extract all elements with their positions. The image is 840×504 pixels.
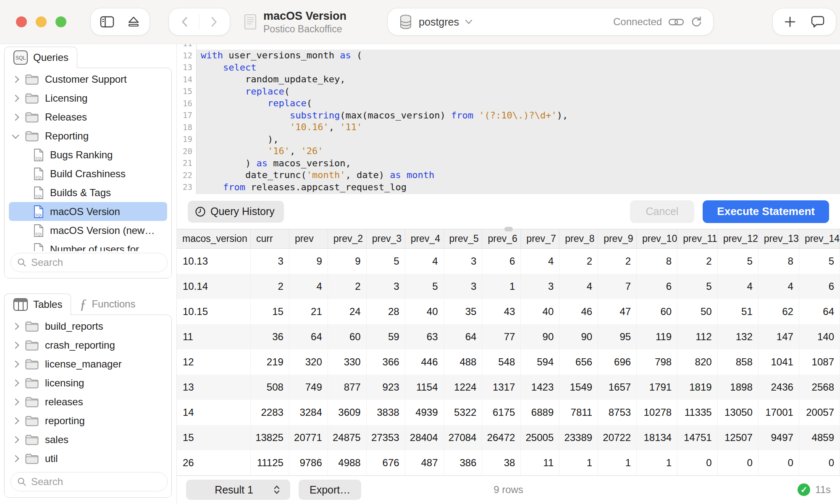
value-cell[interactable]: 25005: [521, 425, 559, 450]
value-cell[interactable]: 2436: [759, 375, 799, 400]
value-cell[interactable]: 12507: [718, 425, 759, 450]
value-cell[interactable]: 4: [559, 274, 598, 299]
row-label-cell[interactable]: 10.14: [177, 274, 251, 299]
value-cell[interactable]: 1: [637, 450, 677, 475]
value-cell[interactable]: 11125: [251, 450, 289, 475]
value-cell[interactable]: 798: [637, 349, 677, 375]
tree-item-sales[interactable]: sales: [9, 430, 167, 449]
value-cell[interactable]: 6: [482, 249, 521, 274]
queries-search-input[interactable]: [10, 253, 168, 272]
tree-item-macos-version-new[interactable]: SQLmacOS Version (new…: [9, 221, 167, 240]
value-cell[interactable]: 36: [251, 324, 289, 349]
value-cell[interactable]: 4859: [799, 425, 840, 450]
value-cell[interactable]: 18134: [637, 425, 677, 450]
code-line-12[interactable]: 12with user_versions_month as (: [177, 50, 840, 62]
column-header-prev-14[interactable]: prev_14: [799, 229, 840, 249]
tree-item-licensing[interactable]: licensing: [9, 373, 167, 392]
value-cell[interactable]: 6: [637, 274, 677, 299]
value-cell[interactable]: 9: [289, 249, 328, 274]
back-icon[interactable]: [176, 14, 193, 29]
database-name[interactable]: postgres: [419, 16, 459, 28]
tree-item-crash-reporting[interactable]: crash_reporting: [9, 336, 167, 354]
result-selector[interactable]: Result 1: [186, 480, 290, 500]
tab-tables[interactable]: Tables: [4, 294, 71, 315]
value-cell[interactable]: 219: [251, 349, 289, 375]
value-cell[interactable]: 4: [289, 274, 328, 299]
tree-item-build-crashiness[interactable]: SQLBuild Crashiness: [9, 164, 167, 183]
tab-functions[interactable]: ƒ Functions: [71, 294, 144, 315]
chevron-right-icon[interactable]: [12, 417, 19, 424]
value-cell[interactable]: 2: [559, 249, 598, 274]
value-cell[interactable]: 2: [251, 274, 289, 299]
tree-item-licensing[interactable]: Licensing: [9, 89, 167, 108]
column-header-prev-9[interactable]: prev_9: [598, 229, 637, 249]
tree-item-reporting[interactable]: reporting: [9, 411, 167, 430]
value-cell[interactable]: 594: [521, 349, 559, 375]
value-cell[interactable]: 20771: [289, 425, 328, 450]
value-cell[interactable]: 17001: [759, 400, 799, 425]
chevron-right-icon[interactable]: [12, 94, 19, 102]
value-cell[interactable]: 10278: [637, 400, 677, 425]
row-label-cell[interactable]: 13: [177, 375, 251, 400]
value-cell[interactable]: 488: [444, 349, 483, 375]
value-cell[interactable]: 64: [444, 324, 483, 349]
value-cell[interactable]: 77: [482, 324, 521, 349]
value-cell[interactable]: 1: [482, 274, 521, 299]
value-cell[interactable]: 5: [367, 249, 405, 274]
zoom-window-button[interactable]: [55, 16, 66, 27]
column-header-prev-2[interactable]: prev_2: [328, 229, 367, 249]
value-cell[interactable]: 63: [405, 324, 444, 349]
value-cell[interactable]: 3: [444, 249, 483, 274]
column-header-prev-6[interactable]: prev_6: [482, 229, 521, 249]
value-cell[interactable]: 3: [444, 274, 483, 299]
value-cell[interactable]: 2: [677, 249, 717, 274]
value-cell[interactable]: 5: [799, 249, 840, 274]
value-cell[interactable]: 14751: [677, 425, 717, 450]
tab-queries[interactable]: SQL Queries: [4, 47, 77, 68]
value-cell[interactable]: 26472: [482, 425, 521, 450]
tree-item-bugs-ranking[interactable]: SQLBugs Ranking: [9, 145, 167, 164]
export-button[interactable]: Export…: [299, 480, 361, 500]
row-label-cell[interactable]: 15: [177, 425, 251, 450]
value-cell[interactable]: 43: [482, 299, 521, 324]
value-cell[interactable]: 1657: [598, 375, 637, 400]
value-cell[interactable]: 40: [405, 299, 444, 324]
value-cell[interactable]: 877: [328, 375, 367, 400]
value-cell[interactable]: 0: [677, 450, 717, 475]
chevron-right-icon[interactable]: [12, 379, 19, 386]
execute-statement-button[interactable]: Execute Statement: [703, 200, 829, 223]
value-cell[interactable]: 0: [759, 450, 799, 475]
chevron-right-icon[interactable]: [12, 341, 19, 349]
value-cell[interactable]: 20722: [598, 425, 637, 450]
value-cell[interactable]: 147: [759, 324, 799, 349]
value-cell[interactable]: 38: [482, 450, 521, 475]
connection-pill[interactable]: postgres Connected: [388, 8, 713, 35]
value-cell[interactable]: 487: [405, 450, 444, 475]
tree-item-util[interactable]: util: [9, 449, 167, 468]
value-cell[interactable]: 24875: [328, 425, 367, 450]
column-header-prev-12[interactable]: prev_12: [718, 229, 759, 249]
value-cell[interactable]: 24: [328, 299, 367, 324]
value-cell[interactable]: 2568: [799, 375, 840, 400]
value-cell[interactable]: 7: [598, 274, 637, 299]
value-cell[interactable]: 5: [405, 274, 444, 299]
cancel-button[interactable]: Cancel: [630, 200, 695, 223]
value-cell[interactable]: 4988: [328, 450, 367, 475]
reconnect-refresh-icon[interactable]: [690, 16, 702, 28]
value-cell[interactable]: 6889: [521, 400, 559, 425]
value-cell[interactable]: 3609: [328, 400, 367, 425]
chevron-right-icon[interactable]: [12, 455, 19, 462]
new-tab-plus-icon[interactable]: [784, 16, 796, 28]
row-label-cell[interactable]: 10.13: [177, 249, 251, 274]
value-cell[interactable]: 20057: [799, 400, 840, 425]
value-cell[interactable]: 3: [251, 249, 289, 274]
code-line-14[interactable]: 14 random_update_key,: [177, 74, 840, 86]
tree-item-macos-version[interactable]: SQLmacOS Version: [9, 202, 167, 221]
value-cell[interactable]: 1154: [405, 375, 444, 400]
value-cell[interactable]: 1791: [637, 375, 677, 400]
value-cell[interactable]: 2: [328, 274, 367, 299]
value-cell[interactable]: 119: [637, 324, 677, 349]
value-cell[interactable]: 366: [367, 349, 405, 375]
code-line-13[interactable]: 13 select: [177, 61, 840, 74]
tree-item-releases[interactable]: Releases: [9, 108, 167, 126]
